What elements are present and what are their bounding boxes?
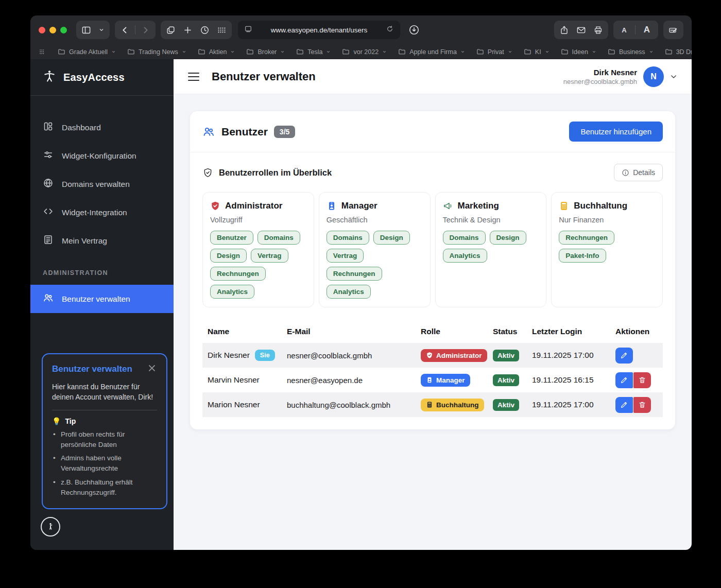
table-row: Marion Nesner buchhaltung@coolblack.gmbh…: [202, 392, 663, 417]
shield-icon: [210, 201, 220, 211]
permission-tag: Rechnungen: [559, 231, 614, 245]
calculator-icon: [559, 201, 569, 211]
share-icon[interactable]: [559, 25, 569, 35]
minimize-window-button[interactable]: [49, 27, 56, 33]
last-login: 19.11.2025 16:15: [532, 375, 615, 385]
downloads-button[interactable]: [405, 21, 423, 39]
user-count-badge: 3/5: [274, 126, 295, 138]
main-area: Benutzer verwalten Dirk Nesner nesner@co…: [174, 59, 692, 550]
bookmark-folder[interactable]: vor 2022: [342, 48, 387, 56]
permission-tag: Vertrag: [251, 249, 288, 263]
bookmark-folder[interactable]: Trading News: [127, 48, 186, 56]
roles-section-header: Benutzerrollen im Überblick Details: [190, 152, 675, 183]
edit-user-button[interactable]: [615, 397, 633, 413]
details-button[interactable]: Details: [614, 164, 663, 181]
permission-tag: Benutzer: [210, 231, 253, 245]
sidebar-item-mein-vertrag[interactable]: Mein Vertrag: [30, 227, 174, 255]
sidebar-section-administration: ADMINISTRATION: [30, 269, 174, 285]
back-icon[interactable]: [120, 25, 130, 35]
menu-icon[interactable]: [188, 73, 199, 81]
user-name: Dirk Nesner: [563, 68, 637, 77]
new-tab-icon[interactable]: [183, 25, 193, 35]
sidebar-item-domains-verwalten[interactable]: Domains verwalten: [30, 170, 174, 198]
avatar[interactable]: N: [643, 66, 664, 87]
address-bar[interactable]: www.easyopen.de/tenant/users: [238, 21, 400, 39]
sie-badge: Sie: [255, 350, 275, 361]
user-email: nesner@coolblack.gmbh: [563, 78, 637, 85]
delete-user-button[interactable]: [633, 397, 651, 413]
mail-icon[interactable]: [576, 25, 586, 35]
accessibility-icon: [43, 70, 56, 85]
reader-icon[interactable]: [244, 25, 252, 35]
info-icon: [622, 169, 629, 177]
increase-text-button[interactable]: A: [641, 25, 653, 35]
users-card: Benutzer 3/5 Benutzer hinzufügen Benutze…: [190, 111, 675, 429]
edit-user-button[interactable]: [615, 372, 633, 388]
browser-toolbar: www.easyopen.de/tenant/users A A: [30, 15, 692, 44]
tab-overview-icon[interactable]: [217, 25, 227, 35]
history-clock-icon[interactable]: [200, 25, 210, 35]
bookmark-folder[interactable]: Tesla: [296, 48, 331, 56]
sidebar-item-widget-integration[interactable]: Widget-Integration: [30, 198, 174, 227]
bookmarks-bar: Grade Aktuell Trading News Aktien Broker…: [30, 44, 692, 59]
user-menu[interactable]: Dirk Nesner nesner@coolblack.gmbh N: [563, 66, 677, 87]
bookmark-folder[interactable]: Broker: [246, 48, 285, 56]
divider: [135, 25, 135, 34]
last-login: 19.11.2025 17:00: [532, 351, 615, 360]
chevron-down-icon: [670, 73, 677, 80]
tip-item: Admins haben volle Verwaltungsrechte: [52, 453, 157, 474]
decrease-text-button[interactable]: A: [619, 26, 629, 34]
forward-icon[interactable]: [141, 25, 150, 35]
tip-item: z.B. Buchhaltung erhält Rechnungszugriff…: [52, 477, 157, 498]
sidebar-item-dashboard[interactable]: Dashboard: [30, 113, 174, 142]
sidebar-toggle-icon[interactable]: [81, 25, 91, 35]
page-header: Benutzer verwalten Dirk Nesner nesner@co…: [174, 59, 692, 94]
copy-tabs-icon[interactable]: [166, 25, 176, 35]
favorites-grid-icon[interactable]: [39, 48, 46, 56]
sidebar-item-widget-konfiguration[interactable]: Widget-Konfiguration: [30, 142, 174, 170]
chevron-down-icon[interactable]: [98, 27, 105, 33]
accessibility-widget-button[interactable]: [41, 517, 60, 537]
history-nav-group: [115, 21, 156, 39]
table-row: Marvin Nesner nesner@easyopen.de Manager…: [202, 368, 663, 392]
globe-icon: [43, 178, 54, 191]
pencil-icon: [620, 351, 628, 359]
bookmark-folder[interactable]: 3D Drucker: [665, 48, 692, 56]
bookmark-folder[interactable]: Apple und Firma: [398, 48, 465, 56]
reload-icon[interactable]: [386, 25, 394, 35]
bookmark-folder[interactable]: Business: [608, 48, 654, 56]
print-icon[interactable]: [593, 25, 603, 35]
add-user-button[interactable]: Benutzer hinzufügen: [569, 122, 663, 142]
pencil-icon: [620, 401, 628, 409]
bookmark-folder[interactable]: Grade Aktuell: [58, 48, 116, 56]
table-header: Name E-Mail Rolle Status Letzter Login A…: [202, 321, 663, 343]
users-icon: [202, 126, 215, 138]
close-icon[interactable]: [147, 363, 157, 375]
sidebar-nav: Dashboard Widget-Konfiguration Domains v…: [30, 96, 174, 313]
role-badge-manager: Manager: [421, 374, 470, 387]
bookmark-folder[interactable]: Aktien: [198, 48, 235, 56]
users-card-header: Benutzer 3/5 Benutzer hinzufügen: [190, 111, 675, 152]
delete-user-button[interactable]: [633, 372, 651, 388]
role-card-buchhaltung: Buchhaltung Nur Finanzen Rechnungen Pake…: [551, 192, 663, 307]
bookmark-folder[interactable]: KI: [524, 48, 550, 56]
shield-check-icon: [202, 167, 213, 178]
card-title: Benutzer: [221, 126, 268, 138]
contract-icon: [43, 234, 54, 247]
compose-group: [663, 21, 683, 39]
tip-item: Profil oben rechts für persönliche Daten: [52, 429, 157, 451]
user-email: nesner@coolblack.gmbh: [287, 351, 421, 360]
edit-user-button[interactable]: [615, 348, 633, 364]
id-badge-icon: [327, 201, 337, 211]
zoom-window-button[interactable]: [60, 27, 67, 33]
bookmark-folder[interactable]: Ideen: [561, 48, 596, 56]
close-window-button[interactable]: [39, 27, 45, 33]
page-content: Benutzer 3/5 Benutzer hinzufügen Benutze…: [174, 94, 692, 550]
sidebar-item-benutzer-verwalten[interactable]: Benutzer verwalten: [30, 285, 174, 313]
user-name: Marion Nesner: [208, 400, 260, 409]
sidebar-toggle-group: [76, 21, 110, 39]
traffic-lights: [39, 27, 67, 33]
compose-icon[interactable]: [668, 25, 678, 35]
url-text[interactable]: www.easyopen.de/tenant/users: [258, 26, 381, 34]
bookmark-folder[interactable]: Privat: [476, 48, 512, 56]
